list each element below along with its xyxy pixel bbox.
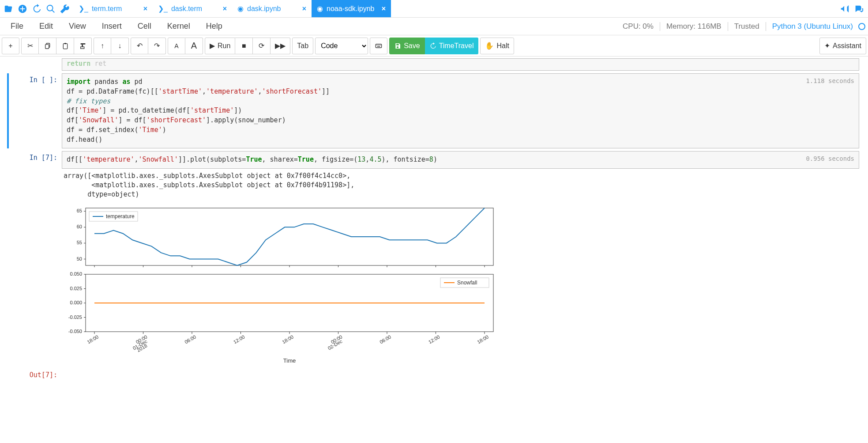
svg-text:-0.050: -0.050	[68, 329, 82, 334]
notebook-area[interactable]: return ret In [ ]: 1.118 secondsimport p…	[0, 57, 868, 443]
chat-icon[interactable]	[854, 4, 864, 14]
tab-noaa-sdk-ipynb[interactable]: ◉ noaa-sdk.ipynb ×	[312, 0, 391, 17]
memory-status: Memory: 116MB	[666, 22, 721, 31]
cell-prompt: In [7]:	[9, 151, 62, 366]
svg-rect-6	[64, 43, 66, 44]
cut-button[interactable]: ✂	[21, 38, 39, 54]
cell-input-2[interactable]: In [7]: 0.956 secondsdf[['temperature','…	[9, 151, 859, 366]
svg-text:18:00: 18:00	[476, 334, 489, 345]
timing-label: 0.956 seconds	[806, 154, 854, 163]
paste-button[interactable]	[56, 38, 74, 54]
wrench-icon[interactable]	[60, 4, 70, 14]
close-icon[interactable]: ×	[302, 5, 306, 13]
svg-rect-8	[82, 44, 83, 46]
megaphone-icon[interactable]	[840, 4, 849, 14]
move-down-button[interactable]: ↓	[111, 38, 129, 54]
tab-term-term[interactable]: ❯_ term.term ×	[73, 0, 153, 17]
svg-rect-13	[379, 45, 380, 45]
menu-cell[interactable]: Cell	[130, 22, 159, 31]
undo-button[interactable]: ↶	[131, 38, 148, 54]
close-icon[interactable]: ×	[223, 5, 227, 13]
menu-bar: File Edit View Insert Cell Kernel Help C…	[0, 18, 868, 35]
save-button[interactable]: Save	[389, 38, 425, 54]
tab-label: dask.term	[171, 5, 202, 13]
code-editor[interactable]: 0.956 secondsdf[['temperature','Snowfall…	[62, 151, 859, 169]
tabs: ❯_ term.term × ❯_ dask.term × ◉ dask.ipy…	[73, 0, 835, 17]
svg-text:temperature: temperature	[106, 213, 135, 220]
assistant-button[interactable]: ✦ Assistant	[819, 38, 866, 54]
tab-label: term.term	[92, 5, 122, 13]
history-icon[interactable]	[32, 4, 41, 14]
menu-view[interactable]: View	[61, 22, 94, 31]
jupyter-icon: ◉	[317, 4, 323, 13]
svg-text:12:00: 12:00	[233, 334, 246, 345]
svg-rect-11	[376, 45, 377, 45]
svg-text:18:00: 18:00	[281, 334, 294, 345]
svg-text:0.025: 0.025	[70, 286, 82, 291]
svg-rect-4	[45, 44, 49, 48]
top-bar: ❯_ term.term × ❯_ dask.term × ◉ dask.ipy…	[0, 0, 868, 18]
out-prompt: Out[7]:	[9, 368, 62, 379]
svg-text:06:00: 06:00	[184, 334, 197, 345]
menu-kernel[interactable]: Kernel	[159, 22, 198, 31]
kernel-indicator-icon	[858, 23, 865, 30]
format-button[interactable]	[74, 38, 92, 54]
redo-button[interactable]: ↷	[148, 38, 166, 54]
open-folder-icon[interactable]	[4, 4, 13, 14]
font-down-button[interactable]: A	[168, 38, 185, 54]
plot-output: 50556065temperature-0.050-0.0250.0000.02…	[62, 201, 859, 366]
add-cell-button[interactable]: +	[2, 38, 19, 54]
svg-rect-5	[63, 43, 67, 49]
copy-button[interactable]	[39, 38, 56, 54]
top-icon-group	[0, 4, 73, 14]
cell-type-select[interactable]: Code	[315, 38, 368, 54]
kernel-name[interactable]: Python 3 (Ubuntu Linux)	[772, 22, 853, 31]
cell-output-7: Out[7]:	[9, 368, 859, 379]
tab-dask-term[interactable]: ❯_ dask.term ×	[153, 0, 232, 17]
new-file-icon[interactable]	[18, 4, 27, 14]
menu-insert[interactable]: Insert	[94, 22, 130, 31]
timetravel-button[interactable]: TimeTravel	[425, 38, 479, 54]
svg-rect-9	[80, 47, 84, 49]
search-icon[interactable]	[46, 4, 56, 14]
svg-rect-14	[380, 45, 380, 45]
run-button[interactable]: ▶ Run	[205, 38, 235, 54]
svg-rect-15	[377, 46, 380, 46]
keyboard-button[interactable]	[370, 38, 387, 54]
svg-rect-2	[20, 8, 25, 9]
cell-input-1[interactable]: In [ ]: 1.118 secondsimport pandas as pd…	[7, 73, 859, 148]
svg-text:60: 60	[77, 224, 82, 229]
code-editor[interactable]: 1.118 secondsimport pandas as pd df = pd…	[62, 73, 859, 148]
menu-help[interactable]: Help	[198, 22, 230, 31]
matplotlib-figure: 50556065temperature-0.050-0.0250.0000.02…	[64, 205, 496, 364]
menu-edit[interactable]: Edit	[31, 22, 61, 31]
svg-text:0.050: 0.050	[70, 271, 82, 276]
close-icon[interactable]: ×	[143, 5, 147, 13]
font-up-button[interactable]: A	[185, 38, 203, 54]
svg-rect-7	[80, 43, 85, 45]
timing-label: 1.118 seconds	[806, 76, 854, 85]
tab-dask-ipynb[interactable]: ◉ dask.ipynb ×	[232, 0, 312, 17]
close-icon[interactable]: ×	[382, 5, 386, 13]
top-right-icons	[835, 4, 868, 14]
cell-truncated: return ret	[9, 58, 859, 71]
halt-button[interactable]: ✋ Halt	[480, 38, 514, 54]
move-up-button[interactable]: ↑	[94, 38, 111, 54]
run-all-button[interactable]: ▶▶	[271, 38, 290, 54]
svg-text:18:00: 18:00	[86, 334, 99, 345]
svg-text:0.000: 0.000	[70, 300, 82, 305]
svg-text:12:00: 12:00	[428, 334, 441, 345]
cell-prompt: In [ ]:	[9, 73, 62, 148]
terminal-icon: ❯_	[79, 4, 88, 13]
toolbar: + ✂ ↑ ↓ ↶ ↷ A A ▶ Run ■ ⟳ ▶▶ Tab Code Sa…	[0, 35, 868, 57]
svg-text:55: 55	[77, 240, 82, 245]
svg-text:-0.025: -0.025	[68, 314, 82, 320]
restart-button[interactable]: ⟳	[253, 38, 271, 54]
svg-rect-12	[378, 45, 378, 45]
cpu-status: CPU: 0%	[623, 22, 654, 31]
menu-file[interactable]: File	[3, 22, 31, 31]
stop-button[interactable]: ■	[235, 38, 253, 54]
trusted-status: Trusted	[734, 22, 759, 31]
tab-button[interactable]: Tab	[292, 38, 313, 54]
svg-text:Time: Time	[283, 357, 296, 364]
